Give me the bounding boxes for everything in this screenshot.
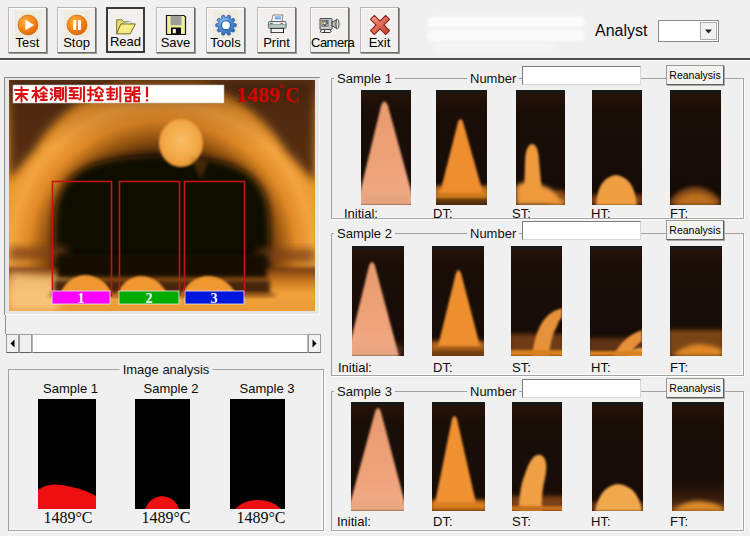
svg-text:C: C — [285, 84, 299, 106]
svg-text:1: 1 — [78, 291, 85, 306]
svg-text:3: 3 — [211, 291, 218, 306]
svg-text:1489: 1489 — [236, 82, 280, 107]
svg-text:°: ° — [279, 80, 284, 95]
svg-text:2: 2 — [146, 291, 153, 306]
